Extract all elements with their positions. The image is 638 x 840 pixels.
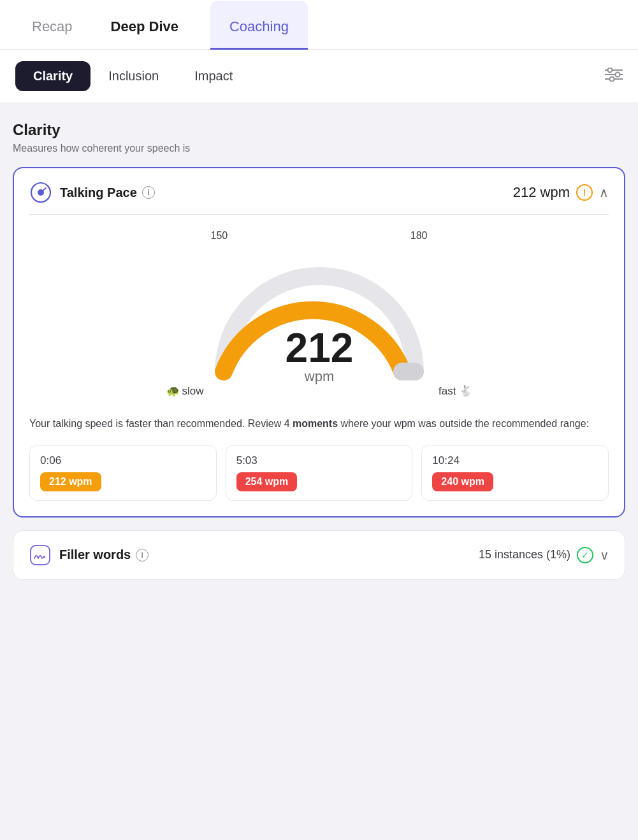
gauge-side-labels: 🐢 slow fast 🐇 (166, 384, 472, 398)
divider (29, 214, 609, 215)
moment-card-1[interactable]: 0:06 212 wpm (29, 445, 217, 501)
tab-recap[interactable]: Recap (25, 1, 79, 50)
moment-badge-3: 240 wpm (432, 472, 493, 491)
filter-icon[interactable] (605, 68, 623, 85)
subtab-clarity[interactable]: Clarity (15, 61, 91, 91)
card-header: Talking Pace i 212 wpm ! ∧ (29, 181, 609, 204)
filler-words-card: Filler words i 15 instances (1%) ✓ ∨ (13, 530, 625, 580)
filler-right: 15 instances (1%) ✓ ∨ (479, 547, 609, 563)
talking-pace-icon (29, 181, 52, 204)
gauge-svg: 212 wpm (185, 244, 453, 391)
gauge-container: 150 180 212 wpm 🐢 slow fast (29, 230, 609, 398)
svg-point-3 (608, 68, 613, 72)
talking-pace-card: Talking Pace i 212 wpm ! ∧ 150 180 (13, 167, 625, 518)
svg-text:212: 212 (285, 325, 353, 371)
card-title: Talking Pace i (60, 185, 155, 200)
fast-label: fast 🐇 (439, 384, 472, 398)
svg-point-4 (616, 72, 620, 76)
fast-text: fast (439, 385, 456, 398)
slow-label: 🐢 slow (166, 384, 204, 398)
main-content: Clarity Measures how coherent your speec… (0, 103, 638, 598)
section-subtitle: Measures how coherent your speech is (13, 143, 625, 154)
svg-point-12 (43, 556, 45, 558)
chevron-up-icon[interactable]: ∧ (599, 185, 609, 200)
sub-tab-bar: Clarity Inclusion Impact (0, 50, 638, 103)
moment-time-2: 5:03 (236, 454, 402, 467)
chevron-down-icon[interactable]: ∨ (600, 547, 609, 563)
section-title: Clarity (13, 121, 625, 139)
warning-icon: ! (576, 184, 593, 201)
talking-pace-label: Talking Pace (60, 185, 137, 200)
description-text: Your talking speed is faster than recomm… (29, 416, 609, 432)
filler-words-info-icon[interactable]: i (136, 549, 149, 561)
check-icon: ✓ (577, 547, 593, 563)
card-right: 212 wpm ! ∧ (513, 184, 609, 201)
moment-badge-1: 212 wpm (40, 472, 101, 491)
turtle-emoji: 🐢 (166, 384, 180, 398)
moment-time-3: 10:24 (432, 454, 598, 467)
subtab-impact[interactable]: Impact (177, 61, 250, 91)
svg-text:wpm: wpm (303, 368, 333, 384)
instances-text: 15 instances (1%) (479, 548, 570, 561)
gauge-labels: 150 180 (185, 230, 453, 242)
moment-card-2[interactable]: 5:03 254 wpm (226, 445, 413, 501)
moment-time-1: 0:06 (40, 454, 206, 467)
filler-words-title: Filler words i (59, 547, 149, 562)
gauge-label-150: 150 (211, 230, 228, 242)
slow-text: slow (182, 385, 204, 398)
subtab-inclusion[interactable]: Inclusion (91, 61, 177, 91)
wpm-value: 212 wpm (513, 184, 570, 201)
moments-row: 0:06 212 wpm 5:03 254 wpm 10:24 240 wpm (29, 445, 609, 501)
rabbit-emoji: 🐇 (459, 384, 472, 398)
tab-bar: Recap Deep Dive Coaching (0, 0, 638, 50)
tab-coaching[interactable]: Coaching (210, 1, 308, 50)
moment-badge-2: 254 wpm (236, 472, 298, 491)
svg-point-5 (610, 76, 614, 81)
filler-words-icon (29, 544, 52, 567)
gauge-label-180: 180 (410, 230, 428, 242)
tab-deep-dive[interactable]: Deep Dive (105, 1, 185, 50)
filler-words-label: Filler words (59, 547, 131, 562)
talking-pace-info-icon[interactable]: i (142, 186, 155, 199)
moment-card-3[interactable]: 10:24 240 wpm (421, 445, 609, 501)
filler-header: Filler words i 15 instances (1%) ✓ ∨ (29, 544, 609, 567)
